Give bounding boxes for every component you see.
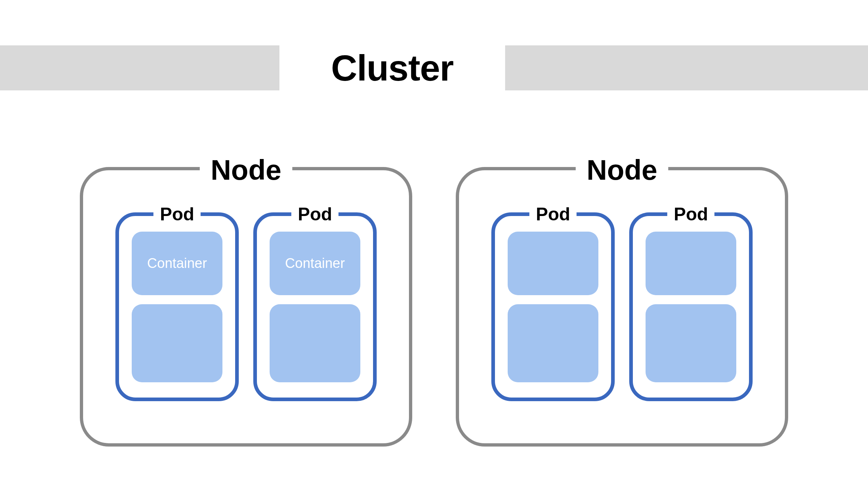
container-box xyxy=(646,232,736,295)
pod-box: Pod Container xyxy=(115,212,239,401)
node-box: Node Pod Pod xyxy=(456,167,788,447)
node-label: Node xyxy=(576,154,668,187)
container-label: Container xyxy=(285,256,345,271)
header-band-left xyxy=(0,45,279,90)
nodes-container: Node Pod Container Pod Container Node Po… xyxy=(80,167,788,447)
pod-label: Pod xyxy=(291,204,339,225)
pod-label: Pod xyxy=(153,204,201,225)
container-box xyxy=(646,304,736,382)
cluster-title: Cluster xyxy=(279,47,505,89)
container-box xyxy=(508,304,598,382)
header-band-right xyxy=(505,45,868,90)
pod-label: Pod xyxy=(529,204,577,225)
container-box xyxy=(508,232,598,295)
container-box xyxy=(270,304,360,382)
container-box xyxy=(132,304,222,382)
cluster-header: Cluster xyxy=(0,45,868,90)
pod-label: Pod xyxy=(667,204,715,225)
pod-box: Pod xyxy=(629,212,753,401)
node-label: Node xyxy=(200,154,292,187)
container-label: Container xyxy=(147,256,207,271)
pod-box: Pod Container xyxy=(253,212,377,401)
container-box: Container xyxy=(132,232,222,295)
pod-box: Pod xyxy=(491,212,615,401)
node-box: Node Pod Container Pod Container xyxy=(80,167,412,447)
container-box: Container xyxy=(270,232,360,295)
